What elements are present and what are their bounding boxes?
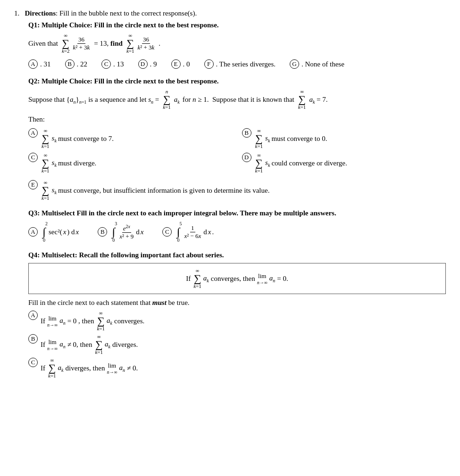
q2-title: Q2: Multiple Choice: Fill in the circle … (28, 77, 446, 85)
q2-circle-e[interactable]: E (28, 180, 38, 189)
q2-circle-b[interactable]: B (242, 128, 251, 138)
q4-choice-a[interactable]: A If lim n→∞ an = 0 , then ∞ ∑ k=1 ak co… (28, 311, 446, 331)
q2-choice-b[interactable]: B ∞ ∑ k=1 sk must converge to 0. (242, 128, 446, 149)
q1-title: Q1: Multiple Choice: Fill in the circle … (28, 21, 446, 29)
q4-val-c: If ∞ ∑ k=1 ak diverges, then lim n→∞ an … (41, 358, 138, 378)
main-number: 1. Directions: Fill in the bubble next t… (14, 9, 446, 17)
q1-choice-a[interactable]: A . 31 (28, 59, 51, 69)
q1-circle-c[interactable]: C (101, 59, 111, 69)
q1-choices: A . 31 B . 22 C . 13 D . 9 E . 0 F . The… (28, 59, 446, 69)
q4-circle-c[interactable]: C (28, 358, 38, 367)
page-container: 1. Directions: Fill in the bubble next t… (14, 9, 446, 378)
q4-subtitle: Recall the following important fact abou… (77, 251, 224, 259)
q1-choice-c[interactable]: C . 13 (101, 59, 124, 69)
q1-math-statement: Given that ∞ ∑ k=2 36 k² + 3k = 13, find… (28, 33, 446, 54)
q3-block: Q3: Multiselect Fill in the circle next … (28, 209, 446, 243)
q2-choices: A ∞ ∑ k=1 sk must converge to 7. B ∞ ∑ (28, 128, 446, 173)
q2-for-n: for n ≥ 1. Suppose that it is known that (183, 92, 294, 107)
q2-val-b: ∞ ∑ k=1 sk must converge to 0. (254, 128, 327, 149)
q2-val-d: ∞ ∑ k=1 sk could converge or diverge. (254, 153, 347, 173)
q3-val-b: 3 ∫ 0 e2x x² + 9 dx (110, 221, 143, 243)
q3-choices: A 2 ∫ 0 sec²(x) dx B 3 ∫ 0 (28, 221, 446, 243)
q4-title: Q4: Multiselect: Recall the following im… (28, 251, 446, 259)
q2-suppose: Suppose that {an}n=1 is a sequence and l… (28, 89, 446, 110)
q3-subtitle: Fill in the circle next to each improper… (75, 209, 336, 217)
q1-period: . (159, 40, 160, 48)
q4-choice-c[interactable]: C If ∞ ∑ k=1 ak diverges, then lim n→∞ a… (28, 358, 446, 378)
q2-block: Q2: Multiple Choice: Fill in the circle … (28, 77, 446, 201)
q1-sum2: ∞ ∑ k=1 36 k² + 3k (125, 33, 156, 54)
q3-choice-a[interactable]: A 2 ∫ 0 sec²(x) dx (28, 221, 79, 243)
q1-circle-f[interactable]: F (204, 59, 214, 69)
q1-block: Q1: Multiple Choice: Fill in the circle … (28, 21, 446, 69)
q2-choice-e[interactable]: E ∞ ∑ k=1 sk must converge, but insuffic… (28, 180, 446, 201)
q1-val-g: . None of these (301, 60, 344, 68)
q2-val-e: ∞ ∑ k=1 sk must converge, but insufficie… (41, 180, 269, 201)
q2-label: Q2: Multiple Choice (28, 77, 90, 85)
q4-val-b: If lim n→∞ an ≠ 0, then ∞ ∑ k=1 ak diver… (41, 334, 138, 355)
q3-label: Q3: Multiselect (28, 209, 75, 217)
q1-val-f: . The series diverges. (216, 60, 276, 68)
q1-choice-d[interactable]: D . 9 (138, 59, 157, 69)
q4-label: Q4: Multiselect: (28, 251, 77, 259)
directions-text: Directions: Fill in the bubble next to t… (25, 9, 197, 17)
q4-choice-b[interactable]: B If lim n→∞ an ≠ 0, then ∞ ∑ k=1 ak div… (28, 334, 446, 355)
q3-val-c: 5 ∫ 0 1 x² − 6x dx. (175, 221, 214, 243)
q2-val-c: ∞ ∑ k=1 sk must diverge. (41, 153, 96, 173)
q2-choice-c[interactable]: C ∞ ∑ k=1 sk must diverge. (28, 153, 233, 173)
q1-circle-a[interactable]: A (28, 59, 38, 69)
q4-val-a: If lim n→∞ an = 0 , then ∞ ∑ k=1 ak conv… (41, 311, 144, 331)
q2-circle-d[interactable]: D (242, 153, 251, 162)
q4-fill-text: Fill in the circle next to each statemen… (28, 299, 446, 307)
q1-circle-g[interactable]: G (290, 59, 299, 69)
q2-circle-c[interactable]: C (28, 153, 38, 162)
equals-13: = 13, find (94, 40, 123, 48)
q1-val-b: . 22 (77, 60, 88, 68)
q1-circle-d[interactable]: D (138, 59, 148, 69)
q2-suppose-text: Suppose that {an}n=1 is a sequence and l… (28, 92, 159, 107)
given-that-text: Given that (28, 40, 58, 48)
q2-choice-a[interactable]: A ∞ ∑ k=1 sk must converge to 7. (28, 128, 233, 149)
q1-choice-e[interactable]: E . 0 (171, 59, 190, 69)
q1-subtitle: : Fill in the circle next to the best re… (90, 21, 219, 29)
q1-circle-b[interactable]: B (65, 59, 75, 69)
q4-circle-a[interactable]: A (28, 311, 38, 320)
q2-sum-inf: ∞ ∑ k=1 ak = 7. (297, 89, 328, 110)
q1-val-e: . 0 (183, 60, 190, 68)
q2-val-a: ∞ ∑ k=1 sk must converge to 7. (41, 128, 114, 149)
q3-title: Q3: Multiselect Fill in the circle next … (28, 209, 446, 217)
q2-then: Then: (28, 115, 446, 123)
q3-choice-c[interactable]: C 5 ∫ 0 1 x² − 6x dx. (162, 221, 214, 243)
q1-choice-g[interactable]: G . None of these (290, 59, 344, 69)
q1-val-a: . 31 (40, 60, 51, 68)
q4-circle-b[interactable]: B (28, 334, 38, 344)
q4-fact: If ∞ ∑ k=1 ak converges, then lim n→∞ an… (186, 268, 288, 289)
q3-choice-b[interactable]: B 3 ∫ 0 e2x x² + 9 dx (98, 221, 143, 243)
q2-choice-d[interactable]: D ∞ ∑ k=1 sk could converge or diverge. (242, 153, 446, 173)
q2-subtitle: : Fill in the circle next to the best re… (90, 77, 219, 85)
q1-circle-e[interactable]: E (171, 59, 181, 69)
q3-circle-a[interactable]: A (28, 227, 38, 237)
q1-choice-f[interactable]: F . The series diverges. (204, 59, 276, 69)
q1-val-d: . 9 (150, 60, 157, 68)
q1-sum1: ∞ ∑ k=2 36 k² + 3k (61, 33, 91, 54)
q2-circle-a[interactable]: A (28, 128, 38, 138)
q3-circle-b[interactable]: B (98, 227, 107, 237)
q1-val-c: . 13 (113, 60, 124, 68)
q1-choice-b[interactable]: B . 22 (65, 59, 88, 69)
q2-sum-n: n ∑ k=1 ak (162, 89, 180, 110)
number-label: 1. (14, 9, 19, 17)
q3-circle-c[interactable]: C (162, 227, 172, 237)
q3-val-a: 2 ∫ 0 sec²(x) dx (41, 221, 79, 243)
q1-label: Q1: Multiple Choice (28, 21, 90, 29)
q4-block: Q4: Multiselect: Recall the following im… (28, 251, 446, 378)
q4-fact-box: If ∞ ∑ k=1 ak converges, then lim n→∞ an… (28, 263, 446, 294)
